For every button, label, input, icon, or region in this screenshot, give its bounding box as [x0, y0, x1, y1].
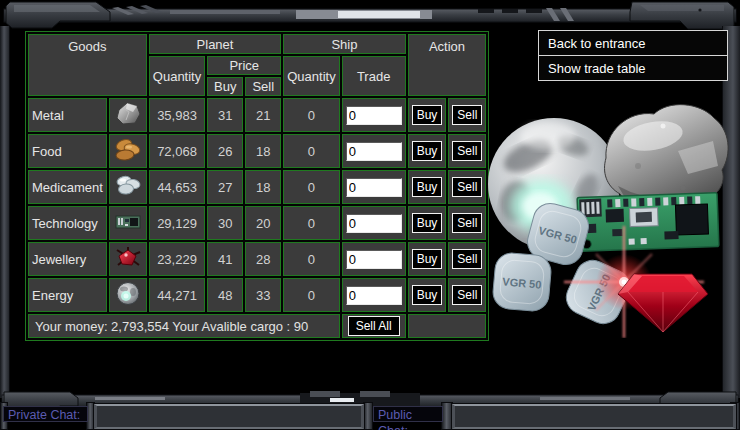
public-chat-input[interactable] — [452, 404, 736, 429]
planet-quantity-value: 72,068 — [149, 134, 205, 168]
ship-quantity-value: 0 — [283, 242, 339, 276]
sell-price-value: 28 — [245, 242, 281, 276]
trade-input-food[interactable] — [346, 142, 402, 161]
ship-header: Ship — [283, 34, 405, 54]
goods-name: Energy — [28, 278, 107, 312]
sell-price-value: 18 — [245, 134, 281, 168]
game-screen: Goods Planet Ship Action Quantity Price … — [0, 0, 740, 430]
buy-button-food[interactable]: Buy — [412, 141, 443, 161]
goods-montage-image: VGR 50 VGR 50 VGR 50 — [478, 96, 736, 338]
buy-price-header: Buy — [207, 77, 243, 96]
ship-quantity-value: 0 — [283, 170, 339, 204]
buy-price-value: 26 — [207, 134, 243, 168]
goods-icon-cell — [109, 278, 147, 312]
goods-icon-cell — [109, 242, 147, 276]
planet-quantity-value: 29,129 — [149, 206, 205, 240]
frame-top-bar — [0, 0, 740, 30]
sell-price-header: Sell — [245, 77, 281, 96]
goods-name: Food — [28, 134, 107, 168]
back-to-entrance-button[interactable]: Back to entrance — [539, 31, 727, 55]
goods-name: Medicament — [28, 170, 107, 204]
buy-price-value: 41 — [207, 242, 243, 276]
goods-icon-cell — [109, 98, 147, 132]
trade-input-jewellery[interactable] — [346, 250, 402, 269]
table-row-energy: Energy 44,271 48 33 0 Buy Sell — [28, 278, 486, 312]
table-row-jewellery: Jewellery 23,229 41 28 0 Buy Se — [28, 242, 486, 276]
trade-input-medicament[interactable] — [346, 178, 402, 197]
table-footer-row: Your money: 2,793,554 Your Avalible carg… — [28, 314, 486, 338]
sell-price-value: 18 — [245, 170, 281, 204]
show-trade-table-button[interactable]: Show trade table — [539, 55, 727, 80]
jewellery-icon — [113, 244, 143, 271]
money-summary: Your money: 2,793,554 Your Avalible carg… — [28, 314, 340, 338]
header-row-groups: Goods Planet Ship Action — [28, 34, 486, 54]
buy-price-value: 31 — [207, 98, 243, 132]
ship-quantity-value: 0 — [283, 278, 339, 312]
buy-button-technology[interactable]: Buy — [412, 213, 443, 233]
table-row-technology: Technology 29,129 30 20 0 Buy Sell — [28, 206, 486, 240]
trade-input-energy[interactable] — [346, 286, 402, 305]
ship-quantity-value: 0 — [283, 134, 339, 168]
private-chat-input[interactable] — [94, 404, 364, 429]
goods-icon-cell — [109, 134, 147, 168]
side-menu: Back to entrance Show trade table — [538, 30, 728, 81]
sell-price-value: 33 — [245, 278, 281, 312]
buy-button-jewellery[interactable]: Buy — [412, 249, 443, 269]
frame-post — [363, 402, 373, 430]
sell-all-button[interactable]: Sell All — [348, 316, 400, 336]
table-row-metal: Metal 35,983 31 21 0 Buy Sell — [28, 98, 486, 132]
food-icon — [113, 136, 143, 163]
public-chat-label: Public Chat: — [373, 406, 443, 422]
planet-quantity-value: 44,653 — [149, 170, 205, 204]
buy-button-metal[interactable]: Buy — [412, 105, 443, 125]
sell-price-value: 20 — [245, 206, 281, 240]
ship-quantity-header: Quantity — [283, 56, 339, 96]
planet-quantity-value: 35,983 — [149, 98, 205, 132]
buy-price-value: 30 — [207, 206, 243, 240]
goods-name: Technology — [28, 206, 107, 240]
ship-quantity-value: 0 — [283, 98, 339, 132]
technology-icon — [113, 208, 143, 235]
trade-input-metal[interactable] — [346, 106, 402, 125]
buy-price-value: 27 — [207, 170, 243, 204]
buy-button-energy[interactable]: Buy — [412, 285, 443, 305]
technology-board-image — [577, 193, 719, 252]
planet-quantity-header: Quantity — [149, 56, 205, 96]
goods-icon-cell — [109, 170, 147, 204]
metal-icon — [113, 100, 143, 127]
ship-quantity-value: 0 — [283, 206, 339, 240]
sell-price-value: 21 — [245, 98, 281, 132]
medicament-icon — [113, 172, 143, 199]
goods-name: Metal — [28, 98, 107, 132]
frame-left-edge — [0, 26, 10, 398]
planet-quantity-value: 23,229 — [149, 242, 205, 276]
footer-empty-cell — [408, 314, 487, 338]
buy-price-value: 48 — [207, 278, 243, 312]
energy-icon — [113, 280, 143, 307]
price-header: Price — [207, 56, 281, 75]
planet-quantity-value: 44,271 — [149, 278, 205, 312]
table-row-food: Food 72,068 26 18 0 Buy Sell — [28, 134, 486, 168]
trade-table: Goods Planet Ship Action Quantity Price … — [25, 31, 489, 341]
goods-icon-cell — [109, 206, 147, 240]
trade-header: Trade — [342, 56, 406, 96]
planet-header: Planet — [149, 34, 281, 54]
action-header: Action — [408, 34, 487, 96]
trade-input-technology[interactable] — [346, 214, 402, 233]
goods-header: Goods — [28, 34, 147, 96]
buy-button-medicament[interactable]: Buy — [412, 177, 443, 197]
table-row-medicament: Medicament 44,653 27 18 0 Buy Sell — [28, 170, 486, 204]
private-chat-label: Private Chat: — [3, 406, 88, 422]
goods-name: Jewellery — [28, 242, 107, 276]
